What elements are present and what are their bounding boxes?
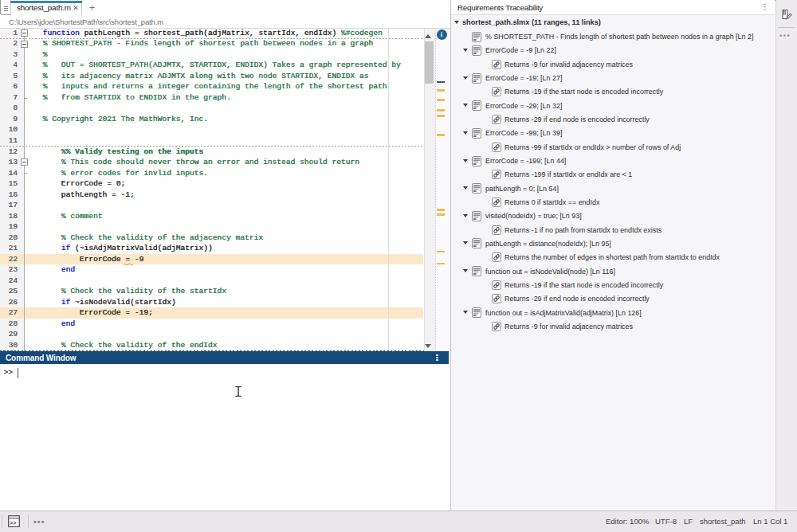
svg-text:>>: >> bbox=[10, 520, 16, 526]
